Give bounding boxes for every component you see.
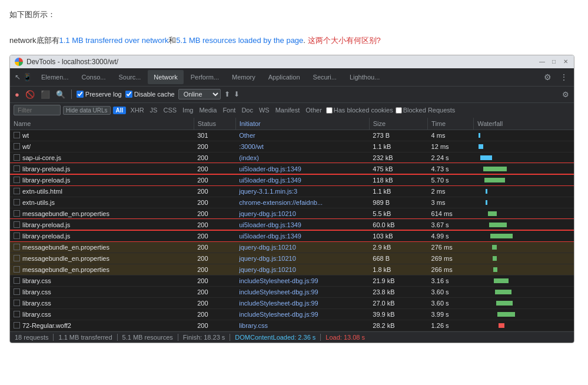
row-checkbox[interactable] <box>14 277 20 284</box>
has-blocked-cookies-label[interactable]: Has blocked cookies <box>326 107 393 114</box>
initiator-link[interactable]: Other <box>239 132 255 139</box>
blocked-requests-checkbox[interactable] <box>396 107 402 114</box>
filter-input[interactable] <box>14 105 61 115</box>
filter-type-css[interactable]: CSS <box>161 106 178 114</box>
settings-gear-icon[interactable]: ⚙ <box>561 89 570 100</box>
table-row[interactable]: wt301Other273 B4 ms <box>10 130 574 141</box>
tab-security[interactable]: Securi... <box>307 70 343 84</box>
table-row[interactable]: extn-utils.js200chrome-extension://efaid… <box>10 197 574 208</box>
row-checkbox[interactable] <box>14 322 20 328</box>
row-checkbox[interactable] <box>14 132 20 138</box>
row-checkbox[interactable] <box>14 221 20 228</box>
initiator-link[interactable]: includeStylesheet-dbg.js:99 <box>239 288 318 296</box>
row-checkbox[interactable] <box>14 177 20 183</box>
table-row[interactable]: library-preload.js200ui5loader-dbg.js:13… <box>10 219 574 230</box>
cell-initiator[interactable]: ui5loader-dbg.js:1349 <box>235 163 369 174</box>
initiator-link[interactable]: chrome-extension://efaidnb... <box>239 199 323 206</box>
hide-data-urls-btn[interactable]: Hide data URLs <box>63 106 111 115</box>
cell-initiator[interactable]: includeStylesheet-dbg.js:99 <box>235 308 369 320</box>
preserve-log-label[interactable]: Preserve log <box>77 91 122 98</box>
header-status[interactable]: Status <box>194 118 235 130</box>
minimize-button[interactable]: — <box>539 58 546 65</box>
header-size[interactable]: Size <box>369 118 427 130</box>
filter-type-ws[interactable]: WS <box>257 106 271 114</box>
filter-type-manifest[interactable]: Manifest <box>274 106 302 114</box>
cell-initiator[interactable]: jquery-dbg.js:10210 <box>235 264 369 275</box>
initiator-link[interactable]: (index) <box>239 154 259 161</box>
cell-initiator[interactable]: Other <box>235 130 369 141</box>
initiator-link[interactable]: jquery-dbg.js:10210 <box>239 255 296 262</box>
initiator-link[interactable]: ui5loader-dbg.js:1349 <box>239 233 301 240</box>
upload-icon[interactable]: ⬆ <box>224 90 230 98</box>
cell-initiator[interactable]: (index) <box>235 152 369 163</box>
table-row[interactable]: messagebundle_en.properties200jquery-dbg… <box>10 208 574 219</box>
tab-performance[interactable]: Perform... <box>185 70 225 84</box>
tab-console[interactable]: Conso... <box>75 70 111 84</box>
row-checkbox[interactable] <box>14 311 20 317</box>
has-blocked-cookies-checkbox[interactable] <box>326 107 333 114</box>
table-row[interactable]: messagebundle_en.properties200jquery-dbg… <box>10 264 574 275</box>
close-button[interactable]: ✕ <box>562 58 569 65</box>
record-button[interactable]: ● <box>14 89 21 100</box>
cell-initiator[interactable]: ui5loader-dbg.js:1349 <box>235 174 369 185</box>
cell-initiator[interactable]: chrome-extension://efaidnb... <box>235 197 369 208</box>
tab-elements[interactable]: Elemen... <box>35 70 74 84</box>
cursor-icon[interactable]: ↖ <box>15 73 21 81</box>
row-checkbox[interactable] <box>14 143 20 150</box>
row-checkbox[interactable] <box>14 266 20 273</box>
filter-type-js[interactable]: JS <box>148 106 160 114</box>
download-icon[interactable]: ⬇ <box>234 90 240 98</box>
initiator-link[interactable]: includeStylesheet-dbg.js:99 <box>239 277 318 284</box>
throttle-select[interactable]: Online Fast 3G Slow 3G Offline <box>178 89 221 99</box>
cell-initiator[interactable]: jquery-dbg.js:10210 <box>235 241 369 253</box>
initiator-link[interactable]: jquery-dbg.js:10210 <box>239 244 296 251</box>
filter-type-doc[interactable]: Doc <box>240 106 255 114</box>
clear-button[interactable]: 🚫 <box>24 89 36 100</box>
cell-initiator[interactable]: jquery-3.1.1.min.js:3 <box>235 185 369 197</box>
row-checkbox[interactable] <box>14 255 20 261</box>
header-initiator[interactable]: Initiator <box>235 118 369 130</box>
table-row[interactable]: library-preload.js200ui5loader-dbg.js:13… <box>10 163 574 174</box>
tab-application[interactable]: Application <box>263 70 306 84</box>
header-time[interactable]: Time <box>428 118 474 130</box>
row-checkbox[interactable] <box>14 199 20 205</box>
cell-initiator[interactable]: jquery-dbg.js:10210 <box>235 253 369 264</box>
filter-type-all[interactable]: All <box>113 107 127 114</box>
table-row[interactable]: messagebundle_en.properties200jquery-dbg… <box>10 253 574 264</box>
table-row[interactable]: messagebundle_en.properties200jquery-dbg… <box>10 241 574 253</box>
cell-initiator[interactable]: jquery-dbg.js:10210 <box>235 208 369 219</box>
initiator-link[interactable]: :3000/wt <box>239 143 264 150</box>
row-checkbox[interactable] <box>14 244 20 250</box>
disable-cache-label[interactable]: Disable cache <box>125 91 175 98</box>
initiator-link[interactable]: jquery-dbg.js:10210 <box>239 266 296 273</box>
tab-network[interactable]: Network <box>148 70 183 84</box>
row-checkbox[interactable] <box>14 300 20 306</box>
initiator-link[interactable]: ui5loader-dbg.js:1349 <box>239 165 301 172</box>
disable-cache-checkbox[interactable] <box>125 91 132 98</box>
cell-initiator[interactable]: includeStylesheet-dbg.js:99 <box>235 286 369 297</box>
search-icon[interactable]: 🔍 <box>55 89 67 100</box>
table-row[interactable]: library.css200includeStylesheet-dbg.js:9… <box>10 275 574 286</box>
tab-memory[interactable]: Memory <box>226 70 261 84</box>
table-row[interactable]: extn-utils.html200jquery-3.1.1.min.js:31… <box>10 185 574 197</box>
table-row[interactable]: library.css200includeStylesheet-dbg.js:9… <box>10 308 574 320</box>
filter-type-other[interactable]: Other <box>304 106 324 114</box>
preserve-log-checkbox[interactable] <box>77 91 84 98</box>
row-checkbox[interactable] <box>14 188 20 194</box>
cell-initiator[interactable]: ui5loader-dbg.js:1349 <box>235 230 369 241</box>
tab-lighthouse[interactable]: Lighthou... <box>344 70 386 84</box>
initiator-link[interactable]: includeStylesheet-dbg.js:99 <box>239 311 318 318</box>
table-row[interactable]: wt/200:3000/wt1.1 kB12 ms <box>10 141 574 152</box>
filter-type-img[interactable]: Img <box>181 106 195 114</box>
tab-sources[interactable]: Sourc... <box>112 70 147 84</box>
filter-icon[interactable]: ⬛ <box>39 89 51 100</box>
row-checkbox[interactable] <box>14 165 20 172</box>
table-row[interactable]: sap-ui-core.js200(index)232 kB2.24 s <box>10 152 574 163</box>
filter-type-font[interactable]: Font <box>221 106 237 114</box>
initiator-link[interactable]: ui5loader-dbg.js:1349 <box>239 177 301 184</box>
cell-initiator[interactable]: ui5loader-dbg.js:1349 <box>235 219 369 230</box>
more-icon[interactable]: ⋮ <box>556 72 572 82</box>
row-checkbox[interactable] <box>14 288 20 295</box>
cell-initiator[interactable]: :3000/wt <box>235 141 369 152</box>
row-checkbox[interactable] <box>14 233 20 239</box>
